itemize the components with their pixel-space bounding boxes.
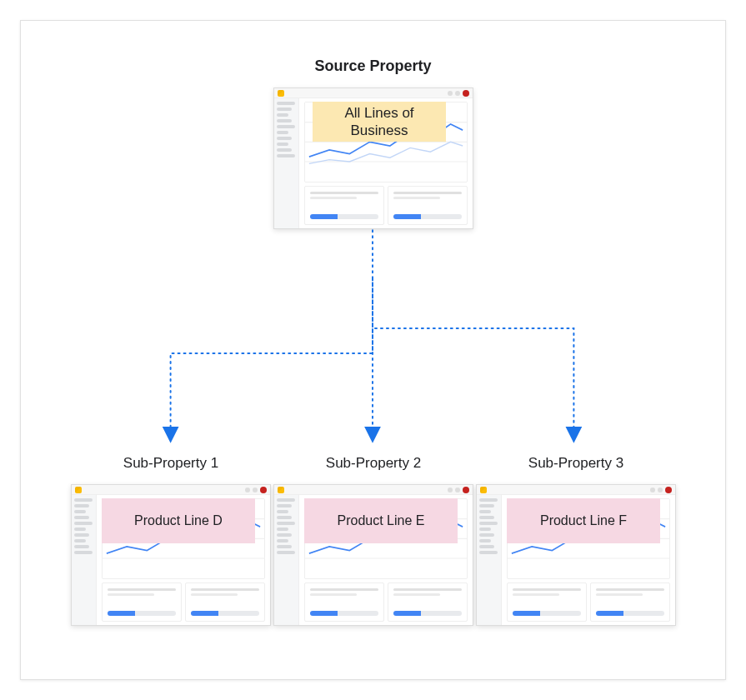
topbar-dot-icon bbox=[448, 488, 453, 492]
source-thumbnail: All Lines of Business bbox=[273, 88, 473, 229]
topbar-dot-icon bbox=[253, 488, 258, 492]
sub-property-1-title: Sub-Property 1 bbox=[79, 455, 263, 472]
diagram-frame: Source Property bbox=[20, 20, 726, 680]
thumb-topbar bbox=[274, 88, 473, 98]
topbar-dot-icon bbox=[658, 488, 663, 492]
topbar-dot-icon bbox=[245, 488, 250, 492]
sub-2-overlay-label: Product Line E bbox=[304, 498, 458, 543]
topbar-dot-icon bbox=[455, 91, 460, 96]
analytics-logo-icon bbox=[480, 487, 487, 493]
source-overlay-label: All Lines of Business bbox=[313, 102, 446, 142]
sub-1-overlay-label: Product Line D bbox=[102, 498, 255, 543]
sub-property-3-thumbnail: Product Line F bbox=[476, 484, 676, 626]
thumb-sidebar bbox=[274, 98, 299, 228]
analytics-logo-icon bbox=[278, 487, 284, 493]
sub-3-overlay-label: Product Line F bbox=[507, 498, 660, 543]
connector-left bbox=[171, 278, 373, 437]
topbar-dot-icon bbox=[455, 488, 460, 492]
avatar-icon bbox=[665, 487, 672, 493]
sub-property-1-thumbnail: Product Line D bbox=[71, 484, 271, 626]
diagram-canvas: Source Property bbox=[0, 0, 746, 700]
avatar-icon bbox=[260, 487, 267, 493]
sub-property-2-thumbnail: Product Line E bbox=[273, 484, 473, 626]
topbar-dot-icon bbox=[448, 91, 453, 96]
analytics-logo-icon bbox=[75, 487, 82, 493]
avatar-icon bbox=[463, 90, 469, 97]
topbar-dot-icon bbox=[650, 488, 655, 492]
avatar-icon bbox=[463, 487, 469, 493]
sub-property-2-title: Sub-Property 2 bbox=[282, 455, 465, 472]
connector-right bbox=[373, 278, 573, 437]
sub-property-3-title: Sub-Property 3 bbox=[484, 455, 668, 472]
thumb-metric-card bbox=[304, 186, 384, 225]
source-property-title: Source Property bbox=[21, 58, 725, 75]
analytics-logo-icon bbox=[278, 90, 284, 97]
thumb-metric-card bbox=[388, 186, 468, 225]
